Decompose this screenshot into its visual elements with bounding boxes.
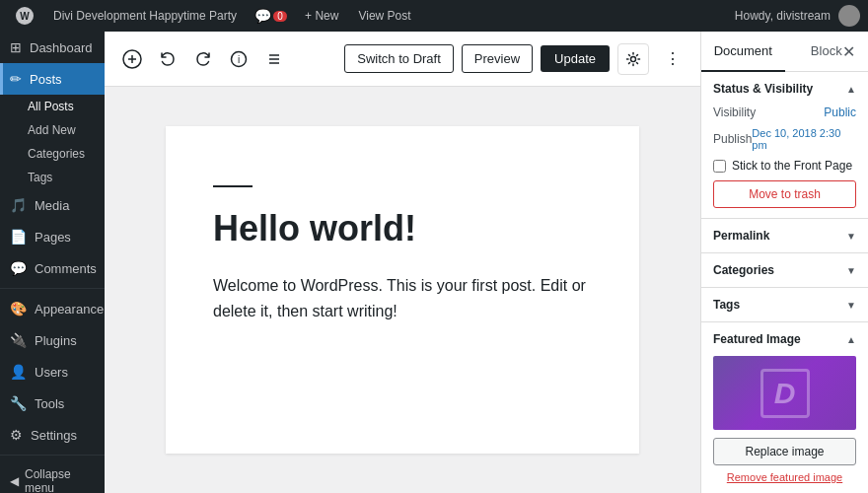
tools-icon: 🔧 <box>10 395 27 411</box>
section-tags-title: Tags <box>713 298 740 312</box>
svg-text:i: i <box>238 54 240 65</box>
admin-bar: W Divi Development Happytime Party 💬 0 +… <box>0 0 868 32</box>
undo-button[interactable] <box>152 43 183 75</box>
info-button[interactable]: i <box>223 43 254 75</box>
plugins-icon: 🔌 <box>10 332 27 348</box>
gear-icon <box>625 51 641 67</box>
add-block-button[interactable] <box>116 43 148 75</box>
appearance-icon: 🎨 <box>10 301 27 317</box>
featured-image-container: D Replace image Remove featured image <box>701 356 868 493</box>
visibility-value[interactable]: Public <box>824 106 856 119</box>
howdy-text: Howdy, divistream <box>727 9 838 23</box>
wp-logo-item[interactable]: W <box>8 0 41 32</box>
sidebar-item-settings[interactable]: ⚙ Settings <box>0 419 105 451</box>
preview-button[interactable]: Preview <box>462 44 533 73</box>
publish-row: Publish Dec 10, 2018 2:30 pm <box>713 127 856 151</box>
visibility-label: Visibility <box>713 106 756 119</box>
section-status-visibility-header[interactable]: Status & Visibility ▲ <box>701 72 868 106</box>
section-categories-header[interactable]: Categories ▼ <box>701 253 868 287</box>
post-title[interactable]: Hello world! <box>213 207 592 249</box>
comments-sidebar-icon: 💬 <box>10 260 27 276</box>
posts-icon: ✏ <box>10 71 22 87</box>
editor-content: Hello world! Welcome to WordPress. This … <box>105 87 700 493</box>
site-name-item[interactable]: Divi Development Happytime Party <box>45 0 245 32</box>
section-status-visibility-body: Visibility Public Publish Dec 10, 2018 2… <box>701 106 868 218</box>
section-permalink-title: Permalink <box>713 229 769 243</box>
section-featured-image-title: Featured Image <box>713 332 801 346</box>
tab-document[interactable]: Document <box>701 32 785 72</box>
section-tags-header[interactable]: Tags ▼ <box>701 288 868 321</box>
replace-image-button[interactable]: Replace image <box>713 438 856 465</box>
comments-icon: 💬 <box>254 8 271 24</box>
sidebar-item-tools[interactable]: 🔧 Tools <box>0 387 105 419</box>
settings-gear-button[interactable] <box>617 43 649 75</box>
publish-date-value[interactable]: Dec 10, 2018 2:30 pm <box>752 127 856 151</box>
sidebar-item-users[interactable]: 👤 Users <box>0 356 105 387</box>
chevron-up-icon: ▲ <box>846 84 856 95</box>
switch-to-draft-button[interactable]: Switch to Draft <box>344 44 454 73</box>
remove-featured-image-link[interactable]: Remove featured image <box>713 471 856 483</box>
editor-document[interactable]: Hello world! Welcome to WordPress. This … <box>166 126 639 454</box>
section-featured-image-header[interactable]: Featured Image ▲ <box>701 322 868 356</box>
featured-image-preview[interactable]: D <box>713 356 856 430</box>
sidebar-item-media[interactable]: 🎵 Media <box>0 189 105 221</box>
post-body[interactable]: Welcome to WordPress. This is your first… <box>213 273 592 323</box>
sidebar-label-dashboard: Dashboard <box>30 40 93 55</box>
user-avatar[interactable] <box>838 5 860 27</box>
dashboard-icon: ⊞ <box>10 39 22 55</box>
stick-front-page-checkbox[interactable] <box>713 160 726 173</box>
sidebar-label-settings: Settings <box>31 428 77 443</box>
new-label: + New <box>305 9 338 23</box>
submenu-all-posts[interactable]: All Posts <box>0 95 105 118</box>
submenu-categories[interactable]: Categories <box>0 142 105 166</box>
sidebar-item-posts[interactable]: ✏ Posts <box>0 63 105 95</box>
featured-image-chevron-icon: ▲ <box>846 334 856 345</box>
sidebar-item-appearance[interactable]: 🎨 Appearance <box>0 293 105 324</box>
view-post-item[interactable]: View Post <box>350 0 418 32</box>
stick-front-page-label: Stick to the Front Page <box>732 159 852 173</box>
comments-item[interactable]: 💬 0 <box>249 0 293 32</box>
sidebar-item-dashboard[interactable]: ⊞ Dashboard <box>0 32 105 63</box>
sidebar-label-appearance: Appearance <box>35 302 104 317</box>
sidebar-divider-1 <box>0 288 105 289</box>
collapse-menu-item[interactable]: ◀ Collapse menu <box>0 459 105 493</box>
section-permalink-header[interactable]: Permalink ▼ <box>701 219 868 252</box>
sidebar-label-tools: Tools <box>35 396 64 411</box>
list-view-button[interactable] <box>258 43 290 75</box>
comments-count: 0 <box>273 11 287 22</box>
sidebar-label-plugins: Plugins <box>35 333 77 348</box>
admin-bar-right: Howdy, divistream <box>727 5 860 27</box>
toolbar-right: Switch to Draft Preview Update ⋮ <box>344 43 688 75</box>
svg-point-8 <box>631 56 636 61</box>
sidebar-item-comments[interactable]: 💬 Comments <box>0 252 105 284</box>
update-button[interactable]: Update <box>541 45 610 72</box>
categories-chevron-icon: ▼ <box>846 265 856 276</box>
tags-chevron-icon: ▼ <box>846 300 856 311</box>
visibility-row: Visibility Public <box>713 106 856 119</box>
redo-button[interactable] <box>187 43 219 75</box>
media-icon: 🎵 <box>10 197 27 213</box>
info-icon: i <box>230 50 248 68</box>
panel-close-button[interactable]: ✕ <box>836 39 860 63</box>
move-to-trash-button[interactable]: Move to trash <box>713 180 856 208</box>
section-status-visibility-title: Status & Visibility <box>713 82 813 96</box>
sidebar: ⊞ Dashboard ✏ Posts All Posts Add New Ca… <box>0 32 105 493</box>
section-status-visibility: Status & Visibility ▲ Visibility Public … <box>701 72 868 219</box>
submenu-tags[interactable]: Tags <box>0 166 105 189</box>
site-name-text: Divi Development Happytime Party <box>53 9 237 23</box>
stick-front-page-row: Stick to the Front Page <box>713 159 856 173</box>
pages-icon: 📄 <box>10 229 27 245</box>
users-icon: 👤 <box>10 364 27 380</box>
sidebar-item-plugins[interactable]: 🔌 Plugins <box>0 324 105 356</box>
sidebar-label-comments: Comments <box>35 261 97 276</box>
right-panel: Document Block ✕ Status & Visibility ▲ V… <box>700 32 868 493</box>
view-post-label: View Post <box>358 9 410 23</box>
sidebar-label-media: Media <box>35 198 69 213</box>
settings-icon: ⚙ <box>10 427 23 443</box>
submenu-add-new[interactable]: Add New <box>0 118 105 142</box>
section-permalink: Permalink ▼ <box>701 219 868 253</box>
sidebar-item-pages[interactable]: 📄 Pages <box>0 221 105 252</box>
more-options-button[interactable]: ⋮ <box>657 43 688 75</box>
new-item[interactable]: + New <box>297 0 346 32</box>
section-featured-image: Featured Image ▲ D Replace image Remove … <box>701 322 868 493</box>
